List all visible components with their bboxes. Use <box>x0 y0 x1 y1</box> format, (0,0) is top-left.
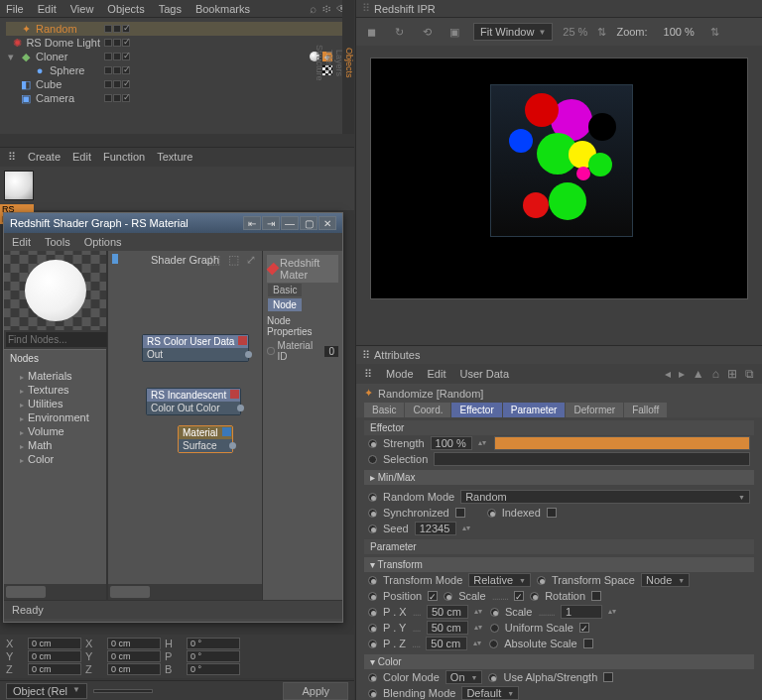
spin-icon[interactable]: ▴▾ <box>474 625 484 631</box>
object-cloner[interactable]: ▾ ◆ Cloner ✦ <box>6 50 348 63</box>
radio-pz[interactable] <box>368 640 377 648</box>
scale-checkbox[interactable] <box>514 591 524 601</box>
hscrollbar[interactable] <box>4 584 106 600</box>
radio-cmode[interactable] <box>368 673 377 682</box>
usealpha-checkbox[interactable] <box>603 672 613 682</box>
y-size[interactable]: 0 cm <box>107 650 161 662</box>
radio-px[interactable] <box>368 608 377 617</box>
radio-indexed[interactable] <box>487 509 496 518</box>
mat-edit[interactable]: Edit <box>72 151 91 164</box>
radio-usealpha[interactable] <box>488 673 497 682</box>
coord-mode-select[interactable]: Object (Rel▼ <box>6 683 87 699</box>
radio-strength[interactable] <box>368 439 377 448</box>
radio-dot[interactable] <box>267 347 275 355</box>
graph-tool-icons[interactable]: ⬚ ⬚ ⤢ <box>209 253 258 267</box>
node-color-user-data[interactable]: RS Color User Data Out <box>142 334 249 362</box>
out-port[interactable] <box>237 405 244 411</box>
bmode-select[interactable]: Default▼ <box>461 686 519 700</box>
x-size[interactable]: 0 cm <box>107 638 161 649</box>
mat-texture[interactable]: Texture <box>157 151 192 164</box>
transform-header[interactable]: ▾ Transform <box>364 557 754 572</box>
tab-node[interactable]: Node <box>268 298 302 311</box>
shader-edit[interactable]: Edit <box>12 236 31 248</box>
attr-userdata[interactable]: User Data <box>460 368 510 380</box>
radio-tspace[interactable] <box>537 576 546 585</box>
cat-environment[interactable]: Environment <box>10 410 100 424</box>
cat-utilities[interactable]: Utilities <box>10 397 100 410</box>
menu-edit[interactable]: Edit <box>38 3 57 15</box>
cat-math[interactable]: Math <box>10 438 100 452</box>
cat-color[interactable]: Color <box>10 452 100 466</box>
node-material[interactable]: Material Surface <box>178 425 233 453</box>
b-rot[interactable]: 0 ° <box>187 663 240 675</box>
spin-icon[interactable]: ▴▾ <box>478 440 488 446</box>
matid-value[interactable]: 0 <box>324 346 338 357</box>
spin-icon[interactable]: ⇅ <box>597 26 606 39</box>
dock-left-button[interactable]: ⇤ <box>243 216 261 230</box>
fn-icon[interactable]: ⊞ <box>727 367 737 381</box>
pz-value[interactable]: 50 cm <box>426 637 467 650</box>
attr-mode[interactable]: Mode <box>386 368 414 380</box>
random-mode-select[interactable]: Random▼ <box>460 490 750 504</box>
coord-mode-select2[interactable] <box>93 689 153 693</box>
object-sphere[interactable]: ● Sphere <box>6 63 348 77</box>
strength-slider[interactable] <box>494 436 750 450</box>
h-rot[interactable]: 0 ° <box>187 638 240 649</box>
abscale-checkbox[interactable] <box>583 639 593 648</box>
tab-parameter[interactable]: Parameter <box>503 403 566 417</box>
radio-position[interactable] <box>368 592 377 601</box>
minmax-header[interactable]: ▸ Min/Max <box>364 470 754 485</box>
back-icon[interactable]: ◂ <box>665 367 671 381</box>
tab-basic[interactable]: Basic <box>364 403 404 417</box>
zoom-value[interactable]: 100 % <box>658 23 700 41</box>
refresh-icon[interactable]: ↻ <box>390 23 408 41</box>
menu-bookmarks[interactable]: Bookmarks <box>195 3 250 15</box>
menu-file[interactable]: File <box>6 3 24 15</box>
object-dome-light[interactable]: ✺ RS Dome Light <box>6 36 348 50</box>
out-port[interactable] <box>245 351 252 358</box>
cat-volume[interactable]: Volume <box>10 424 100 438</box>
snapshot-icon[interactable]: ▣ <box>445 23 463 41</box>
tab-effector[interactable]: Effector <box>451 403 501 417</box>
radio-tmode[interactable] <box>368 576 377 585</box>
dock-right-button[interactable]: ⇥ <box>262 216 280 230</box>
render-view[interactable] <box>370 58 748 299</box>
object-cube[interactable]: ◧ Cube <box>6 77 348 91</box>
shader-tools[interactable]: Tools <box>45 236 70 248</box>
home-icon[interactable]: ⌂ <box>712 367 719 381</box>
spin-icon[interactable]: ⇅ <box>710 26 719 39</box>
graph-hscrollbar[interactable] <box>108 584 262 600</box>
radio-bmode[interactable] <box>368 689 377 698</box>
sync-checkbox[interactable] <box>455 508 465 518</box>
tab-deformer[interactable]: Deformer <box>566 403 623 417</box>
menu-tags[interactable]: Tags <box>159 3 182 15</box>
tab-coord[interactable]: Coord. <box>405 403 450 417</box>
py-value[interactable]: 50 cm <box>427 621 468 635</box>
radio-scale[interactable] <box>444 592 452 601</box>
radio-py[interactable] <box>368 624 377 633</box>
maximize-button[interactable]: ▢ <box>300 216 318 230</box>
menu-objects[interactable]: Objects <box>107 3 144 15</box>
mat-function[interactable]: Function <box>103 151 145 164</box>
cmode-select[interactable]: On▼ <box>445 670 483 684</box>
color-header[interactable]: ▾ Color <box>364 654 754 669</box>
apply-button[interactable]: Apply <box>283 682 348 700</box>
fwd-icon[interactable]: ▸ <box>679 367 685 381</box>
tmode-select[interactable]: Relative▼ <box>468 573 531 587</box>
object-camera[interactable]: ▣ Camera <box>6 91 348 105</box>
up-icon[interactable]: ▲ <box>693 367 704 381</box>
lock-icon[interactable]: ⟲ <box>418 23 436 41</box>
cat-materials[interactable]: Materials <box>10 369 100 383</box>
radio-random-mode[interactable] <box>368 493 377 502</box>
rotation-checkbox[interactable] <box>591 591 601 601</box>
mat-create[interactable]: Create <box>28 151 61 164</box>
spin-icon[interactable]: ▴▾ <box>608 609 618 615</box>
indexed-checkbox[interactable] <box>547 508 557 518</box>
asset-icon[interactable]: ⧉ <box>745 367 754 381</box>
radio-seed[interactable] <box>368 525 377 533</box>
cat-textures[interactable]: Textures <box>10 383 100 397</box>
attr-edit[interactable]: Edit <box>428 368 446 380</box>
sc-value[interactable]: 1 <box>561 605 602 619</box>
window-titlebar[interactable]: Redshift Shader Graph - RS Material ⇤ ⇥ … <box>4 213 342 233</box>
radio-abscale[interactable] <box>489 640 498 648</box>
